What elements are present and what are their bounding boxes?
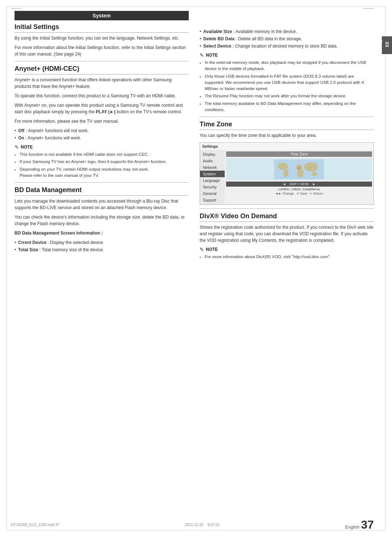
- divx-note-label: NOTE: [206, 247, 218, 252]
- anynet-p2: To operate this function, connect this p…: [15, 93, 189, 99]
- svg-point-1: [278, 162, 288, 170]
- initial-settings-title: Initial Settings: [15, 23, 189, 33]
- anynet-bullet-off: Off : Anynet+ functions will not work.: [15, 127, 189, 134]
- settings-ui-box: Settings Display Audio Network System La…: [200, 142, 374, 205]
- note-icon-anynet: ✎: [15, 144, 19, 150]
- bd-bullet-delete: Delete BD Data : Delete all BD data in t…: [200, 36, 374, 42]
- page-number-box: English 37: [345, 519, 374, 530]
- divx-text: Shows the registration code authorized f…: [200, 224, 374, 244]
- settings-content: Time Zone: [225, 150, 373, 204]
- anynet-p1: Anynet+ is a convenient function that of…: [15, 77, 189, 90]
- menu-general: General: [200, 190, 225, 197]
- bd-note: ✎ NOTE In the external memory mode, disc…: [200, 52, 374, 113]
- system-header: System: [15, 11, 189, 20]
- gmt-value: GMT + 00:00: [290, 182, 309, 186]
- top-line-left: [11, 8, 22, 9]
- divx-section: DivX® Video On Demand Shows the registra…: [200, 212, 374, 260]
- bd-screen-info-title: BD Data Management Screen Information :: [15, 230, 189, 236]
- divx-title: DivX® Video On Demand: [200, 212, 374, 222]
- anynet-title: Anynet+ (HDMI-CEC): [15, 65, 189, 74]
- menu-display: Display: [200, 151, 225, 158]
- anynet-p4: For more information, please see the TV …: [15, 118, 189, 125]
- bd-note-1: In the external memory mode, disc playba…: [200, 60, 374, 72]
- initial-settings-p1: By using the Initial Settings function, …: [15, 35, 189, 41]
- divx-note-list: For more information about DivX(R) VOD, …: [200, 254, 374, 260]
- control-return: ↩ Return: [310, 192, 323, 195]
- divider-4: [200, 208, 374, 209]
- divider-3: [200, 117, 374, 117]
- gmt-bar: ◄ GMT + 00:00 ►: [226, 182, 372, 187]
- footer-time: 9:27:01: [208, 523, 220, 527]
- svg-point-7: [298, 167, 300, 169]
- bd-note-label: NOTE: [206, 53, 218, 58]
- anynet-note-label: NOTE: [21, 145, 33, 150]
- footer-date-time: 2011-12-26 9:27:01: [185, 523, 220, 527]
- control-bar: ◄► Change ⏎ Save ↩ Return: [226, 192, 372, 195]
- bd-note-2: Only those USB devices formatted in FAT …: [200, 73, 374, 92]
- settings-tab-title: Time Zone: [226, 151, 372, 157]
- menu-security: Security: [200, 184, 225, 190]
- svg-point-6: [311, 171, 318, 176]
- top-line-right: [363, 8, 374, 9]
- anynet-note-header: ✎ NOTE: [15, 144, 189, 150]
- divider-1: [15, 61, 189, 61]
- svg-point-2: [283, 169, 289, 177]
- world-map-svg: [233, 159, 365, 179]
- anynet-note-list: This function is not available if the HD…: [15, 151, 189, 179]
- note-icon-divx: ✎: [200, 247, 204, 252]
- menu-language: Language: [200, 177, 225, 184]
- footer-file-info: HT-D5200_ELS_1226.indd 37: [11, 523, 59, 527]
- anynet-note-1: This function is not available if the HD…: [15, 151, 189, 158]
- menu-audio: Audio: [200, 158, 225, 164]
- note-icon-bd: ✎: [200, 52, 204, 58]
- anynet-bullets: Off : Anynet+ functions will not work. O…: [15, 127, 189, 141]
- main-content: System Initial Settings By using the Ini…: [15, 11, 374, 522]
- bd-data-right-section: Available Size : Available memory in the…: [200, 28, 374, 113]
- page-number: 37: [361, 519, 374, 530]
- tab-number: 03: [384, 42, 390, 47]
- divx-note-header: ✎ NOTE: [200, 247, 374, 252]
- bd-note-3: The Resume Play function may not work af…: [200, 93, 374, 99]
- bd-note-list: In the external memory mode, disc playba…: [200, 60, 374, 113]
- city-text: London, Lisbon, Casablanca: [226, 187, 372, 191]
- footer-date: 2011-12-26: [185, 523, 203, 527]
- bd-data-title: BD Data Management: [15, 186, 189, 196]
- world-map: [226, 158, 372, 180]
- bd-bullets-left: Crrent Device : Display the selected dev…: [15, 239, 189, 253]
- settings-label: Settings: [200, 143, 373, 150]
- top-lines: [11, 7, 374, 9]
- page-word: English: [345, 525, 359, 530]
- tab-label: Setup: [379, 40, 383, 50]
- initial-settings-section: Initial Settings By using the Initial Se…: [15, 23, 189, 57]
- anynet-note: ✎ NOTE This function is not available if…: [15, 144, 189, 179]
- side-tab: 03 Setup: [382, 36, 392, 54]
- anynet-bullet-on: On : Anynet+ functions will work.: [15, 135, 189, 141]
- right-column: Available Size : Available memory in the…: [200, 11, 374, 522]
- svg-point-4: [297, 168, 303, 178]
- settings-box-inner: Display Audio Network System Language Se…: [200, 150, 373, 204]
- divx-note: ✎ NOTE For more information about DivX(R…: [200, 247, 374, 260]
- menu-support: Support: [200, 197, 225, 203]
- bd-bullet-current: Crrent Device : Display the selected dev…: [15, 239, 189, 246]
- time-zone-section: Time Zone You can specify the time zone …: [200, 121, 374, 205]
- svg-point-5: [304, 162, 318, 171]
- divider-2: [15, 182, 189, 183]
- bd-data-p1: Lets you manage the downloaded contents …: [15, 198, 189, 211]
- bd-data-p2: You can check the device's information i…: [15, 214, 189, 227]
- bd-bullet-total: Total Size : Total memory size of the de…: [15, 247, 189, 253]
- control-change: ◄► Change: [275, 192, 294, 195]
- bd-note-header: ✎ NOTE: [200, 52, 374, 58]
- bd-note-4: The total memory available to BD Data Ma…: [200, 101, 374, 113]
- left-column: System Initial Settings By using the Ini…: [15, 11, 189, 522]
- anynet-note-3: Depending on your TV, certain HDMI outpu…: [15, 166, 189, 179]
- menu-system: System: [200, 171, 225, 177]
- menu-network: Network: [200, 164, 225, 171]
- time-zone-title: Time Zone: [200, 121, 374, 130]
- anynet-p3: With Anynet+ on, you can operate this pr…: [15, 102, 189, 115]
- gmt-left-arrow: ◄: [283, 182, 286, 186]
- time-zone-text: You can specify the time zone that is ap…: [200, 132, 374, 139]
- anynet-section: Anynet+ (HDMI-CEC) Anynet+ is a convenie…: [15, 65, 189, 179]
- settings-menu: Display Audio Network System Language Se…: [200, 150, 225, 204]
- gmt-right-arrow: ►: [312, 182, 315, 186]
- bd-bullets-right: Available Size : Available memory in the…: [200, 28, 374, 49]
